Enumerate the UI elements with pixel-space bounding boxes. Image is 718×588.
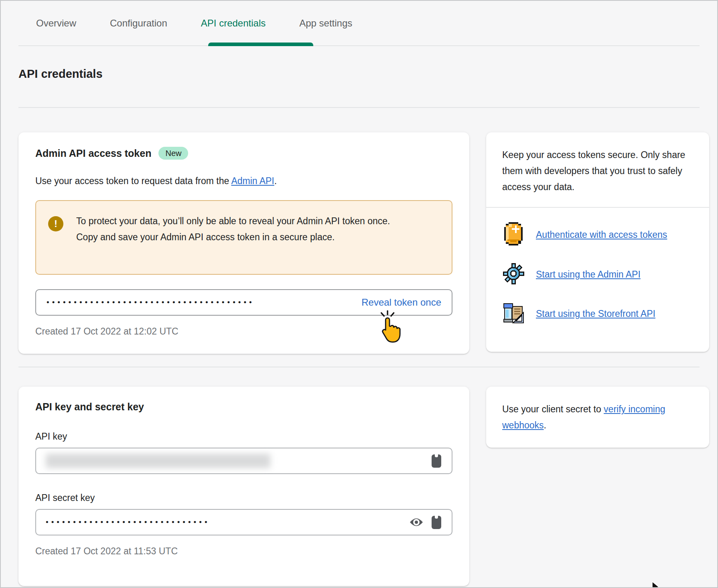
tab-bar: Overview Configuration API credentials A… [1, 1, 717, 46]
coin-icon [502, 222, 525, 247]
warning-text: To protect your data, you’ll only be abl… [76, 213, 393, 262]
api-secret-key-label: API secret key [35, 493, 452, 503]
section-divider-top [18, 107, 700, 108]
admin-token-title: Admin API access token [35, 148, 151, 159]
gear-icon [502, 262, 525, 286]
token-field[interactable]: •••••••••••••••••••••••••••••••••••••• R… [35, 289, 452, 316]
warning-banner: ! To protect your data, you’ll only be a… [35, 200, 452, 275]
arrow-cursor [651, 582, 662, 588]
webhook-card: Use your client secret to verify incomin… [486, 387, 709, 448]
api-key-field[interactable] [35, 448, 452, 474]
help-text: Keep your access tokens secure. Only sha… [486, 132, 709, 207]
show-secret-eye-icon[interactable] [409, 517, 424, 527]
copy-api-key-icon[interactable] [431, 453, 442, 468]
token-created-timestamp: Created 17 Oct 2022 at 12:02 UTC [35, 326, 452, 337]
active-tab-underline [208, 43, 313, 46]
tab-api-credentials[interactable]: API credentials [200, 14, 266, 33]
tab-app-settings[interactable]: App settings [298, 14, 353, 33]
tab-configuration[interactable]: Configuration [109, 14, 168, 33]
api-keys-title: API key and secret key [35, 401, 452, 413]
help-link-row: Start using the Storefront API [502, 302, 693, 326]
admin-api-start-link[interactable]: Start using the Admin API [536, 267, 641, 282]
authenticate-tokens-link[interactable]: Authenticate with access tokens [536, 227, 667, 242]
masked-secret-value: •••••••••••••••••••••••••••••• [46, 518, 409, 527]
tab-overview[interactable]: Overview [35, 14, 77, 33]
new-badge: New [158, 147, 188, 160]
help-link-row: Start using the Admin API [502, 262, 693, 286]
api-key-redacted-value [46, 454, 270, 468]
admin-token-description: Use your access token to request data fr… [35, 173, 452, 189]
warning-icon: ! [48, 216, 63, 231]
page-title: API credentials [18, 67, 103, 81]
token-help-card: Keep your access tokens secure. Only sha… [486, 132, 709, 352]
storefront-icon [502, 302, 525, 326]
webhook-text: Use your client secret to verify incomin… [502, 401, 693, 433]
api-secret-key-field[interactable]: •••••••••••••••••••••••••••••• [35, 509, 452, 535]
api-key-label: API key [35, 431, 452, 442]
reveal-token-button[interactable]: Reveal token once [361, 297, 441, 308]
api-credentials-page: Overview Configuration API credentials A… [0, 0, 718, 588]
masked-token-value: •••••••••••••••••••••••••••••••••••••• [47, 298, 361, 307]
tabbar-divider [18, 45, 700, 46]
storefront-api-start-link[interactable]: Start using the Storefront API [536, 306, 655, 321]
help-link-row: Authenticate with access tokens [502, 222, 693, 247]
section-divider-middle [18, 367, 700, 367]
copy-secret-icon[interactable] [431, 515, 442, 530]
admin-token-card: Admin API access token New Use your acce… [18, 132, 469, 354]
api-keys-card: API key and secret key API key API secre… [18, 387, 469, 586]
admin-api-link[interactable]: Admin API [231, 176, 274, 186]
keys-created-timestamp: Created 17 Oct 2022 at 11:53 UTC [35, 546, 452, 557]
